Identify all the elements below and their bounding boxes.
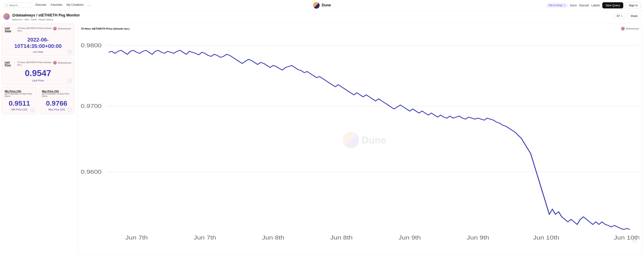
hiring-label: We're hiring! — [549, 4, 563, 7]
nav-links: Discover Favorites My Creations ··· — [35, 3, 91, 8]
nav-more-button[interactable]: ··· — [88, 3, 91, 8]
last-swap-value: 2022-06-10T14:35:00+00:00 — [5, 37, 71, 49]
discord-link[interactable]: Discord — [579, 4, 589, 7]
min-max-row: Min Price (1D) stETH Min/Max 24-Hour Pri… — [2, 87, 74, 114]
nav-right: We're hiring! × Docs Discord Labels New … — [546, 2, 641, 9]
max-price-title-group: Max Price (1D) stETH Min/Max 24-Hour Pri… — [42, 90, 71, 97]
x-label-4: Jun 9th — [398, 234, 421, 240]
chart-title: 72-Hour stETH/ETH Price (minute res.) — [81, 27, 130, 30]
max-price-title[interactable]: Max Price (1D) — [42, 90, 71, 93]
tags: #ethereum #lido #steth #liquid staking — [12, 18, 80, 21]
last-swap-check-icon: ✓ — [68, 50, 72, 54]
tag-lido: #lido — [24, 18, 29, 21]
search-box[interactable] — [3, 3, 32, 8]
dune-logo-icon — [313, 2, 320, 9]
x-label-0: Jun 7th — [125, 234, 148, 240]
nav-center: Dune — [313, 2, 331, 9]
header-actions: 67 ☆ Share — [614, 13, 641, 19]
docs-link[interactable]: Docs — [570, 4, 577, 7]
y-label-2: 0.9600 — [81, 169, 102, 175]
min-price-check-icon: ✓ — [30, 108, 34, 112]
nav-discover[interactable]: Discover — [35, 3, 46, 8]
min-price-title[interactable]: Min Price (1D) — [5, 90, 34, 93]
min-price-title-group: Min Price (1D) stETH Min/Max 24-Hour Pri… — [5, 90, 34, 97]
last-price-author-name: @dataalways — [58, 62, 71, 64]
last-price-author: @dataalways — [53, 61, 71, 65]
nav-my-creations[interactable]: My Creations — [66, 3, 84, 8]
chart-svg: 0.9800 0.9700 0.9600 Jun 7th Jun 7th Jun… — [81, 32, 639, 245]
nav-favorites[interactable]: Favorites — [50, 3, 62, 8]
left-panel: Last Swap 72-Hour stETH/ETH Price (minut… — [0, 22, 76, 256]
labels-link[interactable]: Labels — [592, 4, 600, 7]
author-avatar — [3, 13, 10, 20]
min-price-header: Min Price (1D) stETH Min/Max 24-Hour Pri… — [5, 90, 34, 97]
min-price-value: 0.9511 — [5, 99, 34, 107]
last-price-card: Last Price 72-Hour stETH/ETH Price (minu… — [2, 58, 74, 85]
max-price-label: Max Price (1D) — [42, 108, 71, 111]
min-price-label: Min Price (1D) — [5, 108, 34, 111]
chart-area: Dune 0.9800 0.9700 0.9600 Jun 7th Jun 7t… — [81, 32, 639, 245]
search-input[interactable] — [9, 4, 30, 7]
chart-author-avatar — [621, 27, 625, 31]
page-header: @dataalways / stETH/ETH Peg Monitor #eth… — [0, 11, 644, 22]
last-price-title[interactable]: Last Price — [5, 61, 16, 67]
x-label-6: Jun 10th — [533, 234, 559, 240]
last-swap-author: @dataalways — [53, 27, 71, 31]
last-price-title-group: Last Price 72-Hour stETH/ETH Price (minu… — [5, 61, 53, 67]
star-count: 67 — [617, 15, 620, 18]
hiring-close-button[interactable]: × — [564, 4, 565, 7]
price-line — [109, 50, 630, 230]
tag-ethereum: #ethereum — [12, 18, 23, 21]
x-label-3: Jun 8th — [330, 234, 352, 240]
brand-name: Dune — [322, 3, 331, 8]
last-swap-card: Last Swap 72-Hour stETH/ETH Price (minut… — [2, 24, 74, 56]
chart-check-icon: ✓ — [633, 238, 637, 242]
tag-liquid-staking: #liquid staking — [39, 18, 53, 21]
x-label-2: Jun 8th — [262, 234, 284, 240]
chart-header: 72-Hour stETH/ETH Price (minute res.) @d… — [81, 27, 639, 31]
last-price-header: Last Price 72-Hour stETH/ETH Price (minu… — [5, 61, 71, 67]
page-title: @dataalways / stETH/ETH Peg Monitor — [12, 13, 80, 18]
last-swap-author-name: @dataalways — [58, 27, 71, 30]
min-price-subtitle: stETH Min/Max 24-Hour Price Query — [5, 93, 34, 97]
y-label-1: 0.9700 — [81, 103, 102, 109]
chart-author-name: @dataalways — [626, 27, 639, 30]
x-label-5: Jun 9th — [467, 234, 489, 240]
svg-line-1 — [7, 6, 8, 6]
share-button[interactable]: Share — [627, 13, 641, 19]
last-swap-header: Last Swap 72-Hour stETH/ETH Price (minut… — [5, 27, 71, 33]
star-icon: ☆ — [620, 15, 623, 18]
right-panel: 72-Hour stETH/ETH Price (minute res.) @d… — [76, 22, 644, 256]
max-price-subtitle: stETH Min/Max 24-Hour Price Query — [42, 93, 71, 97]
last-price-subtitle: 72-Hour stETH/ETH Price (minute res.) — [17, 61, 53, 66]
y-label-0: 0.9800 — [81, 42, 102, 48]
search-icon — [6, 4, 8, 7]
max-price-check-icon: ✓ — [68, 108, 72, 112]
max-price-header: Max Price (1D) stETH Min/Max 24-Hour Pri… — [42, 90, 71, 97]
navbar: Discover Favorites My Creations ··· Dune… — [0, 0, 644, 11]
tag-steth: #steth — [31, 18, 37, 21]
chart-author: @dataalways — [621, 27, 639, 31]
last-swap-subtitle: 72-Hour stETH/ETH Price (minute res.) — [18, 27, 53, 32]
chart-card: 72-Hour stETH/ETH Price (minute res.) @d… — [78, 24, 642, 255]
min-price-card: Min Price (1D) stETH Min/Max 24-Hour Pri… — [2, 87, 37, 114]
last-swap-label: Last Swap — [5, 51, 71, 53]
max-price-value: 0.9766 — [42, 99, 71, 107]
x-label-1: Jun 7th — [194, 234, 216, 240]
last-swap-title-group: Last Swap 72-Hour stETH/ETH Price (minut… — [5, 27, 53, 33]
header-info: @dataalways / stETH/ETH Peg Monitor #eth… — [12, 13, 80, 21]
last-price-author-avatar — [53, 61, 57, 65]
max-price-card: Max Price (1D) stETH Min/Max 24-Hour Pri… — [39, 87, 74, 114]
star-button[interactable]: 67 ☆ — [614, 13, 626, 19]
main-content: Last Swap 72-Hour stETH/ETH Price (minut… — [0, 22, 644, 256]
new-query-button[interactable]: New Query — [602, 2, 623, 9]
last-swap-author-avatar — [53, 27, 57, 31]
last-price-label: Last Price — [5, 79, 71, 82]
last-swap-title[interactable]: Last Swap — [5, 27, 16, 33]
sign-in-button[interactable]: Sign in — [626, 2, 641, 9]
last-price-value: 0.9547 — [5, 68, 71, 78]
hiring-badge: We're hiring! × — [546, 3, 568, 8]
last-price-check-icon: ✓ — [68, 79, 72, 83]
